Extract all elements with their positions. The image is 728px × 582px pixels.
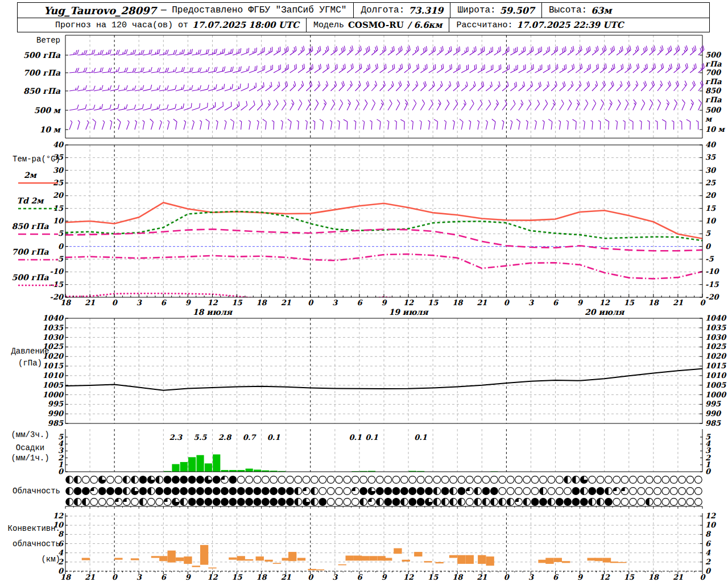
tick-label: 6 [553, 298, 559, 307]
wind-barb [450, 81, 461, 91]
tick-label: 21 [477, 573, 487, 581]
wind-barb [606, 64, 617, 73]
tick-label: 6 [357, 298, 363, 307]
wind-barb [564, 99, 573, 110]
tick-label: 1025 [705, 342, 726, 351]
convective-bar [545, 558, 553, 564]
tick-label: 8 [705, 530, 712, 538]
wind-barb [318, 119, 324, 130]
meteogram-chart: -20-20-15-15-10-10-5-5005510101515202025… [0, 0, 728, 582]
wind-barb [181, 120, 186, 130]
wind-barb [533, 47, 544, 55]
wind-barb [630, 45, 640, 55]
cloud-symbol [499, 488, 506, 495]
wind-barb [296, 46, 306, 55]
wind-barb [288, 46, 298, 55]
tick-label: 12 [599, 573, 610, 581]
cloud-symbol [646, 476, 653, 484]
wind-barb [605, 99, 613, 110]
cloud-symbol [336, 476, 343, 484]
tick-label: 1000 [43, 390, 64, 399]
wind-barb [147, 119, 154, 130]
wind-barb [679, 63, 689, 73]
convective-bar [486, 556, 494, 566]
convective-bar [588, 558, 595, 561]
wind-barb [85, 105, 96, 110]
wind-barb [394, 64, 404, 73]
wind-barb [442, 46, 453, 55]
wind-barb-row [67, 119, 698, 130]
tick-label: 12 [403, 573, 414, 581]
tick-label: 6 [161, 298, 167, 307]
wind-barb [386, 46, 396, 55]
tick-label: 3 [136, 298, 142, 307]
wind-barb [157, 120, 162, 130]
convective-bar [131, 558, 139, 560]
tick-label: 0 [308, 573, 314, 581]
forecast-label: Прогноз на 120 часа(ов) от [55, 20, 188, 30]
wind-barb [442, 99, 450, 110]
wind-barb [541, 120, 544, 130]
wind-barb [320, 81, 329, 91]
convective-bar [603, 558, 611, 563]
tick-label: 15 [428, 573, 439, 581]
convective-bar [237, 556, 245, 560]
wind-barb [377, 46, 387, 55]
convective-bar [167, 551, 175, 563]
cloud-symbol [98, 498, 106, 506]
wind-barb [466, 100, 475, 110]
wind-barb [337, 120, 340, 130]
wind-barb [663, 64, 673, 73]
tick-label: 12 [207, 298, 218, 307]
tick-label: 18 [648, 298, 660, 307]
tick-label: 6 [553, 573, 559, 581]
legend-t700: 700 гПа [0, 247, 60, 256]
tick-label: 1035 [705, 323, 726, 332]
wind-barb [663, 45, 673, 55]
tick-label: 6 [357, 573, 363, 581]
wind-barb [614, 46, 624, 55]
wind-level-500m-right: 500 м [705, 106, 728, 124]
calc-label: Рассчитано: [456, 20, 512, 30]
wind-barb [353, 64, 363, 73]
cloud-symbol [540, 476, 547, 484]
convective-bar [610, 562, 618, 563]
tick-label: 20 июля [585, 307, 625, 317]
cloud-symbol [515, 488, 523, 495]
wind-barb [417, 99, 425, 110]
convective-bar [338, 564, 346, 566]
cloud-symbol [417, 476, 424, 484]
wind-barb [159, 105, 169, 110]
tick-label: 5 [705, 433, 711, 441]
convective-bar [184, 556, 192, 564]
wind-barb [93, 50, 104, 55]
wind-barb [419, 64, 429, 73]
conv-panel-units: (км) [0, 555, 60, 564]
wind-barb [483, 100, 492, 110]
tick-label: 0 [308, 298, 314, 307]
wind-barb [361, 46, 371, 55]
wind-barb [680, 120, 682, 130]
wind-barb [646, 81, 656, 91]
wind-barb [532, 100, 541, 110]
wind-barb [304, 120, 308, 130]
wind-barb [443, 64, 454, 73]
tick-label: 21 [85, 573, 95, 581]
wind-barb [451, 120, 454, 130]
cloud-symbol [376, 476, 383, 484]
tick-label: 0 [504, 298, 510, 307]
wind-barb [687, 81, 697, 91]
cloud-symbol [564, 488, 572, 495]
provider-text: — Предоставлено ФГБУ "ЗапСиб УГМС" [161, 5, 346, 15]
wind-barb [653, 99, 661, 110]
wind-barb [271, 120, 274, 130]
wind-barb [312, 46, 322, 55]
header-separator [450, 3, 450, 18]
tick-label: 21 [281, 573, 291, 581]
wind-barb [671, 45, 681, 55]
cloud-symbol [409, 476, 416, 484]
wind-barb [76, 120, 80, 130]
wind-barb [565, 64, 576, 73]
cloud-symbol [613, 476, 621, 484]
station-name: Yug_Taurovo_28097 [44, 5, 156, 16]
